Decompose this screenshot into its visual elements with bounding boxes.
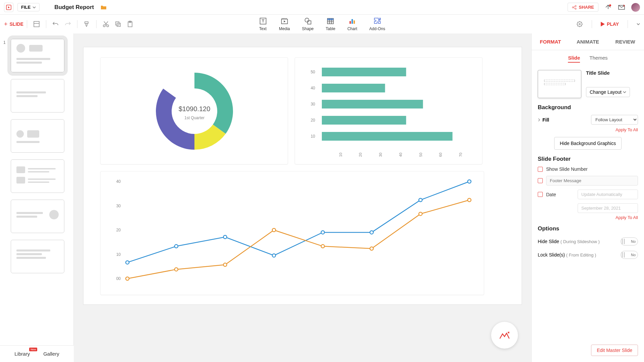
fill-select[interactable]: Follow Layout	[591, 115, 638, 125]
notifications-icon[interactable]	[604, 4, 612, 11]
layout-icon[interactable]	[33, 21, 40, 27]
thumbnail-4[interactable]	[3, 159, 65, 193]
app-logo[interactable]	[4, 3, 13, 12]
cut-icon[interactable]	[103, 21, 109, 27]
bar-chart[interactable]: 504030201010203040506070	[295, 57, 482, 164]
insert-addons[interactable]: Add-Ons	[369, 17, 385, 31]
footer-msg-checkbox[interactable]	[538, 178, 543, 183]
canvas-area: $1090.1201st Quarter 5040302010102030405…	[74, 33, 531, 362]
date-checkbox[interactable]	[538, 192, 543, 197]
insert-shape[interactable]: Shape	[302, 17, 314, 31]
settings-icon[interactable]	[576, 21, 583, 27]
svg-point-59	[223, 263, 227, 267]
edit-master-button[interactable]: Edit Master Slide	[591, 345, 638, 356]
svg-rect-28	[322, 68, 406, 76]
svg-text:40: 40	[399, 153, 403, 157]
insert-media[interactable]: Media	[279, 17, 290, 31]
options-header: Options	[538, 225, 638, 232]
text-icon	[259, 17, 267, 25]
play-dropdown-icon[interactable]	[637, 22, 640, 26]
folder-icon[interactable]	[101, 5, 107, 10]
apply-all-footer[interactable]: Apply To All	[538, 215, 638, 220]
slide-canvas[interactable]: $1090.1201st Quarter 5040302010102030405…	[83, 47, 522, 305]
copy-icon[interactable]	[115, 21, 121, 27]
svg-text:1st Quarter: 1st Quarter	[184, 116, 204, 120]
hide-bg-button[interactable]: Hide Background Graphics	[554, 137, 622, 150]
svg-text:30: 30	[378, 153, 383, 157]
share-button[interactable]: SHARE	[568, 3, 598, 12]
mail-icon[interactable]	[618, 4, 625, 11]
undo-icon[interactable]	[52, 21, 59, 27]
thumbnail-2[interactable]	[3, 79, 65, 113]
new-badge: New	[29, 348, 37, 351]
svg-text:$1090.120: $1090.120	[179, 105, 211, 113]
svg-text:50: 50	[419, 153, 423, 157]
user-avatar[interactable]	[631, 3, 640, 12]
lock-slide-toggle[interactable]: No	[621, 251, 638, 259]
file-menu-label: FILE	[21, 5, 31, 10]
tab-animate[interactable]: ANIMATE	[569, 33, 607, 50]
file-menu[interactable]: FILE	[17, 3, 40, 11]
tab-format[interactable]: FORMAT	[532, 33, 569, 50]
svg-point-58	[175, 268, 178, 271]
media-icon	[280, 17, 288, 25]
thumbnail-6[interactable]	[3, 240, 65, 273]
show-number-checkbox[interactable]	[538, 167, 543, 172]
chevron-down-icon	[33, 6, 36, 9]
svg-rect-21	[352, 19, 353, 24]
bottom-tabs: Library New Gallery	[0, 345, 74, 362]
play-button[interactable]: PLAY	[601, 21, 619, 27]
share-label: SHARE	[579, 5, 594, 10]
svg-text:30: 30	[311, 102, 315, 106]
table-icon	[327, 17, 335, 25]
thumbnail-1[interactable]: 1	[3, 39, 65, 72]
format-painter-icon[interactable]	[83, 21, 90, 27]
background-header: Background	[538, 104, 638, 111]
document-title[interactable]: Budget Report	[54, 4, 94, 11]
svg-point-23	[577, 22, 582, 26]
expand-icon[interactable]	[538, 118, 540, 122]
svg-text:40: 40	[116, 179, 121, 184]
subtab-themes[interactable]: Themes	[589, 55, 607, 63]
thumbnail-3[interactable]	[3, 119, 65, 153]
donut-chart[interactable]: $1090.1201st Quarter	[100, 57, 288, 164]
insert-table[interactable]: Table	[326, 17, 336, 31]
subtab-slide[interactable]: Slide	[568, 55, 580, 63]
svg-rect-30	[322, 84, 385, 92]
line-chart[interactable]: 0010203040	[100, 171, 484, 295]
tab-review[interactable]: REVIEW	[606, 33, 644, 50]
svg-point-1	[572, 7, 574, 8]
play-icon	[601, 22, 605, 26]
insert-chart[interactable]: Chart	[347, 17, 357, 31]
svg-point-50	[175, 244, 178, 248]
hide-slide-toggle[interactable]: No	[621, 237, 638, 245]
svg-rect-6	[34, 21, 39, 27]
svg-rect-36	[322, 132, 453, 141]
zia-fab[interactable]	[491, 322, 518, 349]
title-bar: FILE Budget Report SHARE	[0, 0, 644, 15]
layout-preview[interactable]	[538, 70, 581, 98]
change-layout-button[interactable]: Change Layout	[586, 87, 630, 97]
svg-point-51	[223, 235, 227, 239]
svg-text:10: 10	[311, 134, 315, 139]
chart-icon	[348, 17, 356, 25]
apply-all-bg[interactable]: Apply To All	[538, 127, 638, 132]
svg-point-63	[419, 212, 422, 216]
library-tab[interactable]: Library New	[14, 351, 30, 357]
gallery-tab[interactable]: Gallery	[43, 351, 59, 357]
insert-text[interactable]: Text	[259, 17, 267, 31]
svg-rect-20	[350, 21, 351, 24]
layout-name: Title Slide	[586, 70, 630, 76]
svg-rect-11	[117, 23, 120, 26]
svg-rect-22	[354, 20, 355, 24]
date-value: September 28, 2021	[578, 203, 638, 213]
thumbnail-5[interactable]	[3, 200, 65, 233]
add-slide-button[interactable]: + SLIDE	[4, 21, 23, 28]
add-slide-label: SLIDE	[10, 21, 23, 27]
footer-msg-input[interactable]	[546, 176, 638, 186]
svg-rect-17	[307, 21, 311, 24]
paste-icon[interactable]	[127, 21, 133, 27]
svg-point-3	[575, 8, 576, 9]
redo-icon[interactable]	[64, 21, 71, 27]
svg-point-57	[126, 277, 129, 280]
